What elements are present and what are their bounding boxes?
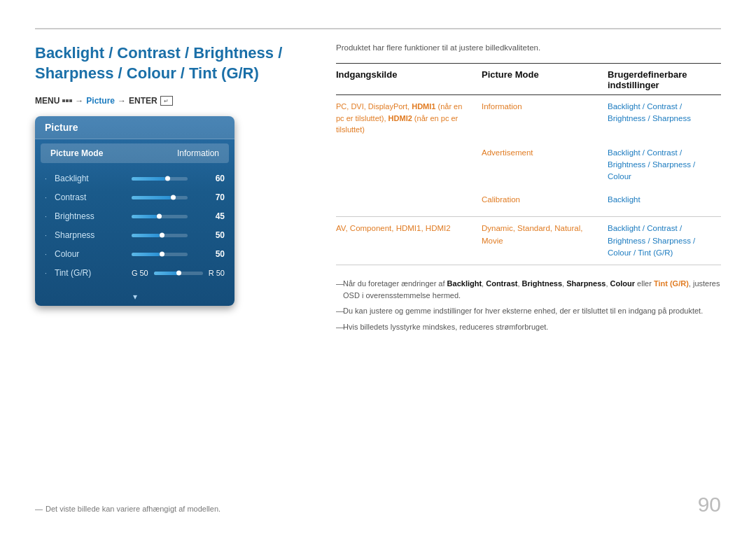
picture-label: Picture <box>86 96 115 106</box>
table-row: Advertisement Backlight / Contrast / Bri… <box>336 141 721 189</box>
arrow1: → <box>75 96 83 106</box>
osd-label-sharpness: Sharpness <box>55 230 126 240</box>
osd-items-list: · Backlight 60 · Contrast <box>35 167 234 289</box>
menu-squares-icon <box>62 99 72 102</box>
footnote-1: Når du foretager ændringer af Backlight,… <box>336 278 721 301</box>
td-mode-advertisement: Advertisement <box>476 147 602 183</box>
right-intro: Produktet har flere funktioner til at ju… <box>336 43 721 52</box>
table-row: Calibration Backlight <box>336 188 721 216</box>
td-source-empty-1 <box>336 147 476 183</box>
osd-tint-r-value: R 50 <box>209 269 225 277</box>
td-source-empty-2 <box>336 194 476 211</box>
table-group-pc: PC, DVI, DisplayPort, HDMI1 (når en pc e… <box>336 95 721 217</box>
osd-picture-mode-label: Picture Mode <box>50 148 103 158</box>
top-divider <box>35 28 721 29</box>
osd-title: Picture <box>35 116 234 139</box>
osd-bar-backlight <box>132 177 203 181</box>
table-group-av: AV, Component, HDMI1, HDMI2 Dynamic, Sta… <box>336 217 721 265</box>
osd-dot-colour: · <box>45 251 50 258</box>
osd-item-sharpness[interactable]: · Sharpness 50 <box>41 227 229 244</box>
osd-value-backlight: 60 <box>208 174 225 183</box>
osd-bar-colour <box>132 253 203 256</box>
td-mode-calibration: Calibration <box>476 194 602 211</box>
osd-value-colour: 50 <box>208 249 225 259</box>
th-picture-mode: Picture Mode <box>476 69 602 90</box>
bottom-note: Det viste billede kan variere afhængigt … <box>35 505 220 513</box>
td-source-pc: PC, DVI, DisplayPort, HDMI1 (når en pc e… <box>336 101 476 136</box>
osd-item-backlight[interactable]: · Backlight 60 <box>41 170 229 187</box>
footnote-3: Hvis billedets lysstyrke mindskes, reduc… <box>336 321 721 333</box>
osd-label-tint: Tint (G/R) <box>55 268 132 278</box>
menu-path: MENU → Picture → ENTER ↵ <box>35 96 315 106</box>
osd-label-brightness: Brightness <box>55 211 126 221</box>
table-header-row: Indgangskilde Picture Mode Brugerdefiner… <box>336 64 721 95</box>
page-number: 90 <box>698 493 721 517</box>
osd-bar-brightness <box>132 215 203 218</box>
osd-dot-contrast: · <box>45 194 50 202</box>
th-settings: Brugerdefinerbare indstillinger <box>602 69 721 90</box>
osd-dot-tint: · <box>45 269 50 277</box>
table-row: AV, Component, HDMI1, HDMI2 Dynamic, Sta… <box>336 217 721 265</box>
menu-label: MENU <box>35 96 59 106</box>
osd-bar-contrast <box>132 196 203 199</box>
osd-tint-g-value: G 50 <box>132 269 148 277</box>
osd-item-colour[interactable]: · Colour 50 <box>41 246 229 262</box>
footnotes: Når du foretager ændringer af Backlight,… <box>336 278 721 332</box>
td-mode-av: Dynamic, Standard, Natural, Movie <box>476 223 602 259</box>
osd-dot-sharpness: · <box>45 232 50 239</box>
osd-item-brightness[interactable]: · Brightness 45 <box>41 208 229 225</box>
osd-value-brightness: 45 <box>208 211 225 221</box>
td-settings-calibration: Backlight <box>602 194 721 211</box>
arrow2: → <box>118 96 126 106</box>
enter-icon: ↵ <box>160 96 173 106</box>
td-settings-advertisement: Backlight / Contrast / Brightness / Shar… <box>602 147 721 183</box>
osd-picture-mode-value: Information <box>177 148 219 158</box>
osd-value-contrast: 70 <box>208 192 225 202</box>
td-settings-information: Backlight / Contrast / Brightness / Shar… <box>602 101 721 136</box>
td-mode-information: Information <box>476 101 602 136</box>
osd-picture-mode-row[interactable]: Picture Mode Information <box>41 143 229 163</box>
td-source-av: AV, Component, HDMI1, HDMI2 <box>336 223 476 259</box>
td-settings-av: Backlight / Contrast / Brightness / Shar… <box>602 223 721 259</box>
footnote-2: Du kan justere og gemme indstillinger fo… <box>336 305 721 317</box>
osd-label-colour: Colour <box>55 249 126 259</box>
main-title: Backlight / Contrast / Brightness / Shar… <box>35 43 315 83</box>
osd-label-contrast: Contrast <box>55 192 126 202</box>
osd-value-sharpness: 50 <box>208 230 225 240</box>
osd-item-contrast[interactable]: · Contrast 70 <box>41 189 229 206</box>
osd-bar-sharpness <box>132 234 203 237</box>
features-table: Indgangskilde Picture Mode Brugerdefiner… <box>336 63 721 265</box>
osd-dot-backlight: · <box>45 175 50 183</box>
osd-scroll-down-icon: ▾ <box>35 289 234 306</box>
osd-bar-tint <box>154 272 203 275</box>
osd-dot-brightness: · <box>45 213 50 220</box>
th-source: Indgangskilde <box>336 69 476 90</box>
osd-item-tint[interactable]: · Tint (G/R) G 50 R 50 <box>41 265 229 281</box>
osd-label-backlight: Backlight <box>55 174 126 183</box>
enter-label: ENTER <box>129 96 158 106</box>
osd-panel: Picture Picture Mode Information · Backl… <box>35 116 234 306</box>
table-row: PC, DVI, DisplayPort, HDMI1 (når en pc e… <box>336 95 721 141</box>
